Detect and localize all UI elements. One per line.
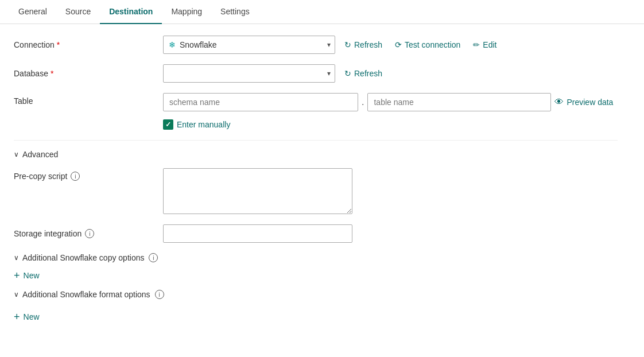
enter-manually-checkbox[interactable]	[163, 119, 173, 130]
storage-integration-input[interactable]	[163, 224, 352, 243]
connection-select-wrapper: ❄ Snowflake ▾	[163, 36, 335, 54]
pre-copy-label: Pre-copy script i	[14, 168, 163, 181]
format-options-toggle[interactable]: ∨ Additional Snowflake format options i	[14, 290, 164, 299]
schema-input[interactable]	[163, 93, 358, 111]
format-options-info-icon: i	[155, 290, 164, 299]
table-inputs-row: . 👁 Preview data	[163, 93, 613, 111]
connection-required: *	[57, 40, 60, 49]
format-options-new-button[interactable]: + New	[14, 309, 40, 324]
refresh-icon-1: ↻	[344, 40, 351, 49]
copy-options-new-button[interactable]: + New	[14, 268, 40, 283]
table-label: Table	[14, 93, 163, 106]
connection-select[interactable]: Snowflake	[163, 36, 335, 54]
pre-copy-controls	[163, 168, 352, 214]
database-select[interactable]	[163, 64, 335, 83]
format-options-chevron-icon: ∨	[14, 290, 19, 298]
copy-options-chevron-icon: ∨	[14, 254, 19, 262]
test-connection-icon: ⟳	[395, 40, 402, 49]
format-options-section: ∨ Additional Snowflake format options i …	[14, 290, 618, 324]
connection-row: Connection * ❄ Snowflake ▾ ↻ Refresh ⟳ T…	[14, 36, 618, 54]
storage-integration-label: Storage integration i	[14, 229, 163, 238]
table-controls: . 👁 Preview data Enter manually	[163, 93, 613, 130]
connection-label: Connection *	[14, 40, 163, 49]
database-required: *	[51, 69, 53, 78]
storage-integration-row: Storage integration i	[14, 224, 618, 243]
connection-controls: ❄ Snowflake ▾ ↻ Refresh ⟳ Test connectio…	[163, 36, 500, 54]
database-label: Database *	[14, 69, 163, 78]
storage-info-icon: i	[85, 229, 94, 238]
copy-options-toggle[interactable]: ∨ Additional Snowflake copy options i	[14, 253, 158, 262]
pre-copy-info-icon: i	[71, 172, 80, 181]
format-options-plus-icon: +	[14, 312, 20, 322]
enter-manually-row: Enter manually	[163, 119, 230, 130]
edit-icon: ✏	[473, 40, 480, 49]
table-row: Table . 👁 Preview data Enter manually	[14, 93, 618, 130]
dot-separator: .	[362, 97, 364, 107]
refresh-icon-2: ↻	[344, 69, 351, 78]
database-controls: ▾ ↻ Refresh	[163, 64, 386, 83]
enter-manually-label: Enter manually	[177, 120, 230, 129]
preview-data-button[interactable]: 👁 Preview data	[554, 97, 613, 107]
copy-options-section: ∨ Additional Snowflake copy options i + …	[14, 253, 618, 283]
format-options-header: ∨ Additional Snowflake format options i	[14, 290, 618, 299]
preview-icon: 👁	[554, 97, 564, 107]
copy-options-plus-icon: +	[14, 270, 20, 281]
database-select-wrapper: ▾	[163, 64, 335, 83]
tab-general[interactable]: General	[9, 0, 56, 24]
test-connection-button[interactable]: ⟳ Test connection	[391, 38, 464, 52]
tab-bar: General Source Destination Mapping Setti…	[0, 0, 644, 24]
copy-options-info-icon: i	[149, 253, 158, 262]
pre-copy-row: Pre-copy script i	[14, 168, 618, 214]
advanced-chevron-icon: ∨	[14, 150, 19, 158]
advanced-toggle[interactable]: ∨ Advanced	[14, 150, 58, 159]
edit-button[interactable]: ✏ Edit	[470, 38, 500, 52]
copy-options-header: ∨ Additional Snowflake copy options i	[14, 253, 618, 262]
storage-controls	[163, 224, 352, 243]
connection-refresh-button[interactable]: ↻ Refresh	[341, 38, 386, 52]
database-refresh-button[interactable]: ↻ Refresh	[341, 67, 386, 80]
tab-source[interactable]: Source	[56, 0, 100, 24]
tab-mapping[interactable]: Mapping	[162, 0, 211, 24]
pre-copy-textarea[interactable]	[163, 168, 352, 214]
table-name-input[interactable]	[367, 93, 551, 111]
tab-destination[interactable]: Destination	[100, 0, 162, 24]
database-row: Database * ▾ ↻ Refresh	[14, 64, 618, 83]
tab-settings[interactable]: Settings	[211, 0, 259, 24]
destination-form: Connection * ❄ Snowflake ▾ ↻ Refresh ⟳ T…	[0, 24, 631, 336]
advanced-divider	[14, 140, 618, 141]
